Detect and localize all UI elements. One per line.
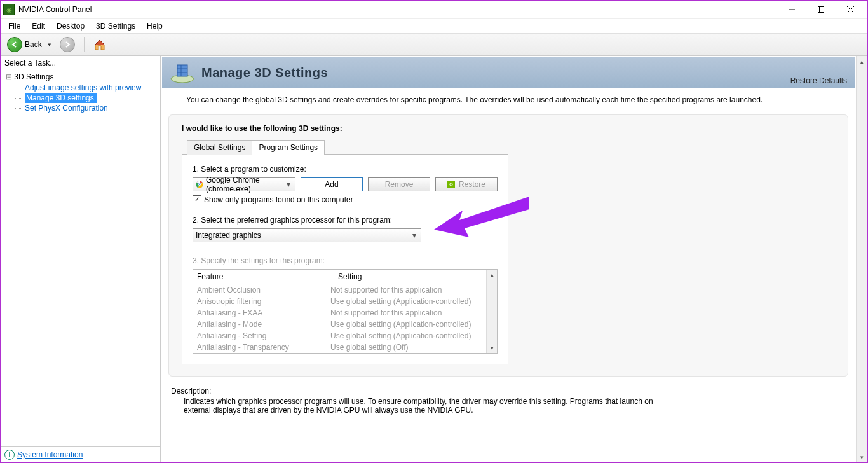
svg-rect-2 xyxy=(820,7,825,13)
svg-rect-6 xyxy=(177,65,187,76)
home-button[interactable] xyxy=(91,37,109,52)
gpu-combo-value: Integrated graphics xyxy=(196,231,261,240)
sidebar: Select a Task... 3D Settings Adjust imag… xyxy=(1,56,161,462)
menu-3d-settings[interactable]: 3D Settings xyxy=(91,20,140,32)
task-tree: 3D Settings Adjust image settings with p… xyxy=(1,70,160,446)
col-feature[interactable]: Feature xyxy=(193,270,334,284)
scroll-up-icon[interactable]: ▴ xyxy=(487,270,497,280)
grid-row[interactable]: Antialiasing - ModeUse global setting (A… xyxy=(193,319,486,330)
app-icon: ◉ xyxy=(3,4,15,15)
svg-rect-1 xyxy=(818,7,824,13)
svg-rect-13 xyxy=(447,181,455,188)
settings-panel: I would like to use the following 3D set… xyxy=(168,114,848,377)
description-header: Description: xyxy=(171,387,846,396)
chevron-down-icon: ▾ xyxy=(409,230,419,240)
program-combo[interactable]: Google Chrome (chrome.exe) ▾ xyxy=(193,177,295,191)
chrome-icon xyxy=(196,180,203,189)
back-arrow-icon xyxy=(7,37,22,52)
scroll-down-icon[interactable]: ▾ xyxy=(857,452,867,462)
forward-button[interactable] xyxy=(57,36,78,53)
system-information-link[interactable]: System Information xyxy=(17,450,83,459)
forward-arrow-icon xyxy=(60,37,75,52)
tree-item-manage-3d[interactable]: Manage 3D settings xyxy=(25,93,97,103)
add-button[interactable]: Add xyxy=(301,177,363,191)
restore-defaults-link[interactable]: Restore Defaults xyxy=(790,76,847,85)
grid-row[interactable]: Antialiasing - FXAANot supported for thi… xyxy=(193,307,486,319)
show-only-label: Show only programs found on this compute… xyxy=(204,195,353,204)
main: Manage 3D Settings Restore Defaults You … xyxy=(161,56,867,462)
back-dropdown-icon[interactable]: ▼ xyxy=(47,42,52,48)
menu-bar: File Edit Desktop 3D Settings Help xyxy=(1,19,867,34)
scroll-up-icon[interactable]: ▴ xyxy=(857,56,867,67)
content: Manage 3D Settings Restore Defaults You … xyxy=(161,56,856,462)
settings-grid: Feature Setting Ambient OcclusionNot sup… xyxy=(193,269,498,354)
tree-root-3d-settings[interactable]: 3D Settings xyxy=(6,73,155,81)
restore-button[interactable]: Restore xyxy=(435,177,498,191)
grid-header: Feature Setting xyxy=(193,270,486,284)
task-header: Select a Task... xyxy=(1,56,160,70)
menu-file[interactable]: File xyxy=(3,20,25,32)
remove-button[interactable]: Remove xyxy=(368,177,430,191)
chevron-down-icon: ▾ xyxy=(283,179,294,190)
grid-row[interactable]: Anisotropic filteringUse global setting … xyxy=(193,296,486,307)
grid-row[interactable]: Antialiasing - SettingUse global setting… xyxy=(193,330,486,342)
system-information-icon: i xyxy=(4,450,15,460)
minimize-button[interactable] xyxy=(777,1,806,18)
page-title: Manage 3D Settings xyxy=(201,66,328,80)
menu-edit[interactable]: Edit xyxy=(27,20,50,32)
step2-label: 2. Select the preferred graphics process… xyxy=(193,216,498,225)
intro-text: You can change the global 3D settings an… xyxy=(161,88,856,109)
maximize-button[interactable] xyxy=(806,1,836,18)
back-button[interactable]: Back ▼ xyxy=(4,36,55,53)
toolbar: Back ▼ xyxy=(1,34,867,56)
description: Description: Indicates which graphics pr… xyxy=(161,382,856,425)
menu-desktop[interactable]: Desktop xyxy=(51,20,90,32)
main-scrollbar[interactable]: ▴ ▾ xyxy=(856,56,867,462)
step1-label: 1. Select a program to customize: xyxy=(193,165,498,174)
page-header: Manage 3D Settings Restore Defaults xyxy=(162,57,855,88)
tree-item-physx[interactable]: Set PhysX Configuration xyxy=(6,103,155,113)
tab-body: 1. Select a program to customize: Google… xyxy=(182,154,508,364)
back-label: Back xyxy=(25,40,42,49)
title-bar: ◉ NVIDIA Control Panel xyxy=(1,1,867,19)
tabs: Global Settings Program Settings xyxy=(182,139,835,154)
tab-program-settings[interactable]: Program Settings xyxy=(252,140,325,155)
close-button[interactable] xyxy=(836,1,865,18)
svg-point-12 xyxy=(198,183,200,185)
window-title: NVIDIA Control Panel xyxy=(18,5,92,14)
col-setting[interactable]: Setting xyxy=(334,270,486,284)
checkbox-icon: ✓ xyxy=(193,195,201,204)
tab-global-settings[interactable]: Global Settings xyxy=(187,140,252,155)
nvidia-logo-icon xyxy=(447,181,455,188)
menu-help[interactable]: Help xyxy=(142,20,168,32)
restore-button-label: Restore xyxy=(459,180,485,189)
tree-item-adjust-image[interactable]: Adjust image settings with preview xyxy=(6,83,155,93)
show-only-checkbox[interactable]: ✓ Show only programs found on this compu… xyxy=(193,195,498,204)
grid-scrollbar[interactable]: ▴ ▾ xyxy=(486,270,497,353)
sidebar-footer: i System Information xyxy=(1,446,160,462)
step3-label: 3. Specify the settings for this program… xyxy=(193,256,498,265)
grid-row[interactable]: Ambient OcclusionNot supported for this … xyxy=(193,284,486,296)
home-icon xyxy=(93,38,106,51)
gpu-combo[interactable]: Integrated graphics ▾ xyxy=(193,228,421,242)
panel-header: I would like to use the following 3D set… xyxy=(182,124,835,133)
page-header-icon xyxy=(170,61,195,84)
program-combo-value: Google Chrome (chrome.exe) xyxy=(206,176,292,193)
scroll-down-icon[interactable]: ▾ xyxy=(487,343,497,353)
grid-row[interactable]: Antialiasing - TransparencyUse global se… xyxy=(193,342,486,353)
description-body: Indicates which graphics processor progr… xyxy=(171,397,667,415)
